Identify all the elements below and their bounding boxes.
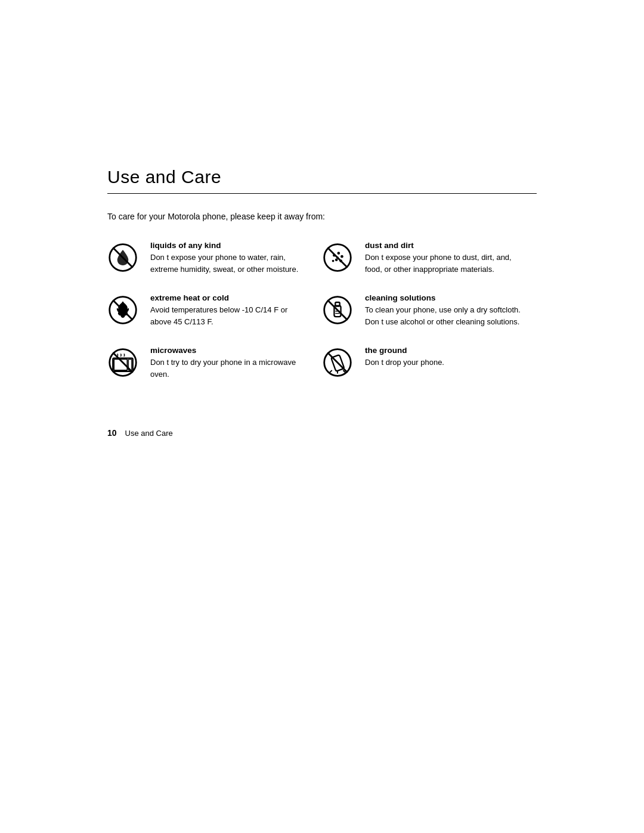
cleaning-title: cleaning solutions xyxy=(365,293,525,302)
dust-text: dust and dirt Don t expose your phone to… xyxy=(365,241,525,275)
cleaning-desc: To clean your phone, use only a dry soft… xyxy=(365,305,521,326)
heat-icon xyxy=(107,295,141,328)
svg-point-8 xyxy=(339,259,342,262)
svg-point-9 xyxy=(332,260,335,262)
svg-point-4 xyxy=(333,254,336,257)
care-item-ground: the ground Don t drop your phone. xyxy=(322,346,537,380)
intro-text: To care for your Motorola phone, please … xyxy=(107,210,537,223)
care-item-cleaning: cleaning solutions To clean your phone, … xyxy=(322,293,537,328)
microwave-icon xyxy=(107,347,141,380)
dust-icon xyxy=(322,242,355,275)
liquids-text: liquids of any kind Don t expose your ph… xyxy=(150,241,310,275)
heat-desc: Avoid temperatures below -10 C/14 F or a… xyxy=(150,305,287,326)
liquids-desc: Don t expose your phone to water, rain, … xyxy=(150,253,298,274)
svg-point-7 xyxy=(335,258,338,261)
care-item-heat: extreme heat or cold Avoid temperatures … xyxy=(107,293,322,328)
ground-icon xyxy=(322,347,355,380)
svg-line-27 xyxy=(330,370,332,373)
dust-desc: Don t expose your phone to dust, dirt, a… xyxy=(365,253,512,274)
cleaning-text: cleaning solutions To clean your phone, … xyxy=(365,293,525,327)
microwaves-text: microwaves Don t try to dry your phone i… xyxy=(150,346,310,380)
care-item-liquids: liquids of any kind Don t expose your ph… xyxy=(107,241,322,275)
liquids-title: liquids of any kind xyxy=(150,241,310,250)
footer-page-number: 10 xyxy=(107,428,117,438)
microwaves-title: microwaves xyxy=(150,346,310,355)
page-title: Use and Care xyxy=(107,167,537,187)
care-item-microwaves: microwaves Don t try to dry your phone i… xyxy=(107,346,322,380)
svg-point-6 xyxy=(340,255,343,258)
ground-text: the ground Don t drop your phone. xyxy=(365,346,525,368)
title-rule xyxy=(107,193,537,194)
footer-section-title: Use and Care xyxy=(125,429,173,438)
content-area: Use and Care To care for your Motorola p… xyxy=(0,0,644,497)
microwaves-desc: Don t try to dry your phone in a microwa… xyxy=(150,358,296,379)
ground-desc: Don t drop your phone. xyxy=(365,358,444,367)
heat-title: extreme heat or cold xyxy=(150,293,310,302)
svg-point-10 xyxy=(336,256,339,259)
ground-title: the ground xyxy=(365,346,525,355)
dust-title: dust and dirt xyxy=(365,241,525,250)
svg-point-5 xyxy=(338,252,340,255)
page: Use and Care To care for your Motorola p… xyxy=(0,0,644,833)
care-item-dust: dust and dirt Don t expose your phone to… xyxy=(322,241,537,275)
items-grid: liquids of any kind Don t expose your ph… xyxy=(107,241,537,398)
svg-rect-16 xyxy=(335,302,339,306)
cleaning-icon xyxy=(322,295,355,328)
svg-line-20 xyxy=(113,352,132,372)
footer: 10 Use and Care xyxy=(107,422,537,438)
liquids-icon xyxy=(107,242,141,275)
heat-text: extreme heat or cold Avoid temperatures … xyxy=(150,293,310,327)
